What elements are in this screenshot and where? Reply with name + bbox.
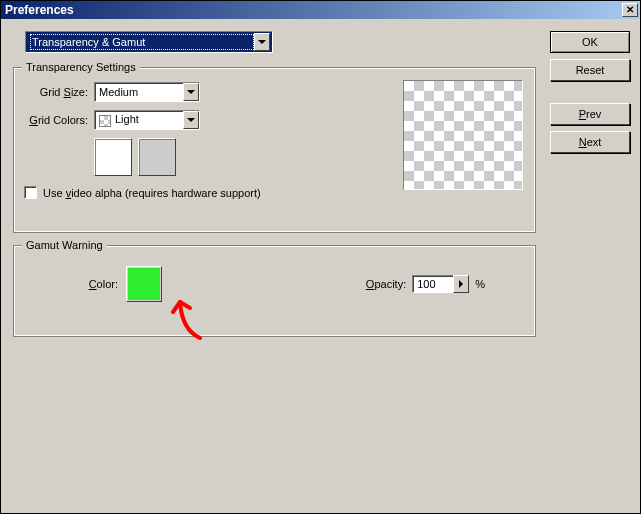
transparency-settings-group: Transparency Settings Grid Size: Medium … <box>13 67 536 233</box>
right-arrow-icon <box>459 280 463 288</box>
grid-size-label: Grid Size: <box>24 86 88 98</box>
reset-button[interactable]: Reset <box>550 59 630 81</box>
transparency-legend: Transparency Settings <box>22 61 140 73</box>
preferences-page-selector[interactable]: Transparency & Gamut <box>25 31 273 53</box>
chevron-down-icon <box>183 83 199 101</box>
gamut-color-swatch[interactable] <box>126 266 162 302</box>
main-column: Transparency & Gamut Transparency Settin… <box>11 31 538 503</box>
grid-colors-dropdown[interactable]: Light <box>94 110 200 130</box>
gamut-color-value <box>128 268 160 300</box>
opacity-value: 100 <box>417 278 435 290</box>
opacity-flyout-button[interactable] <box>453 275 469 293</box>
gamut-legend: Gamut Warning <box>22 239 107 251</box>
opacity-input[interactable]: 100 <box>412 275 454 293</box>
titlebar: Preferences ✕ <box>1 1 640 19</box>
use-video-alpha-checkbox[interactable] <box>24 186 37 199</box>
chevron-down-icon <box>183 111 199 129</box>
close-button[interactable]: ✕ <box>622 3 638 17</box>
preferences-window: Preferences ✕ Transparency & Gamut Trans… <box>0 0 641 514</box>
use-video-alpha-label: Use video alpha (requires hardware suppo… <box>43 187 261 199</box>
checker-icon <box>99 115 111 127</box>
grid-color-swatch-2[interactable] <box>138 138 176 176</box>
dialog-body: Transparency & Gamut Transparency Settin… <box>1 19 640 513</box>
gamut-warning-group: Gamut Warning Color: Opacity: 100 % <box>13 245 536 337</box>
opacity-suffix: % <box>475 278 485 290</box>
window-title: Preferences <box>5 3 622 17</box>
next-button[interactable]: Next <box>550 131 630 153</box>
grid-color-swatch-1[interactable] <box>94 138 132 176</box>
grid-colors-value: Light <box>99 113 183 126</box>
gamut-color-label: Color: <box>24 278 118 290</box>
preferences-page-value: Transparency & Gamut <box>30 34 254 50</box>
grid-colors-label: Grid Colors: <box>24 114 88 126</box>
grid-size-value: Medium <box>99 86 183 98</box>
chevron-down-icon <box>254 33 270 51</box>
transparency-preview <box>403 80 523 190</box>
prev-button[interactable]: Prev <box>550 103 630 125</box>
grid-size-dropdown[interactable]: Medium <box>94 82 200 102</box>
opacity-label: Opacity: <box>366 278 406 290</box>
button-column: OK Reset Prev Next <box>550 31 630 503</box>
ok-button[interactable]: OK <box>550 31 630 53</box>
